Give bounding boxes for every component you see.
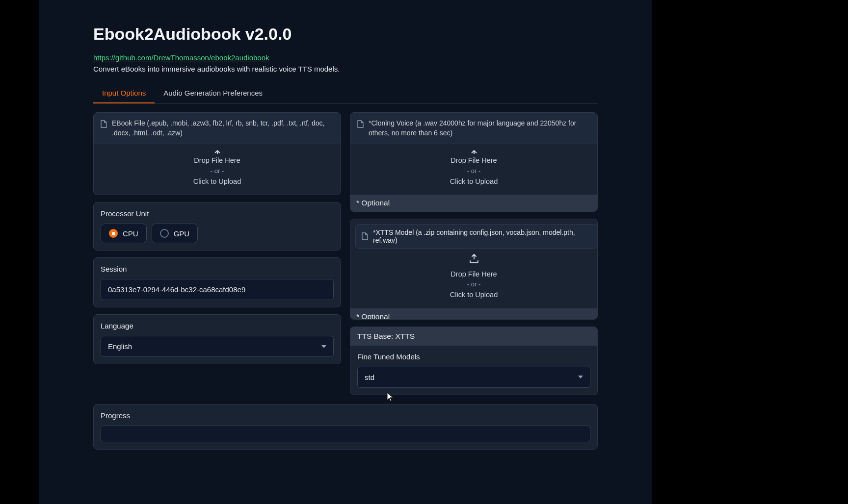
file-icon xyxy=(357,120,364,130)
progress-bar xyxy=(101,426,590,442)
ebook-upload-header: EBook File (.epub, .mobi, .azw3, fb2, lr… xyxy=(94,113,341,144)
ebook-dropzone[interactable]: Drop File Here - or - Click to Upload xyxy=(94,144,341,195)
progress-panel: Progress xyxy=(93,404,598,450)
fine-tuned-label: Fine Tuned Models xyxy=(357,353,590,361)
file-icon xyxy=(101,120,107,130)
drop-here-text: Drop File Here xyxy=(350,155,597,166)
radio-dot-icon xyxy=(160,229,169,238)
drop-here-text: Drop File Here xyxy=(94,155,341,166)
upload-icon xyxy=(350,149,597,154)
voice-dropzone[interactable]: Drop File Here - or - Click to Upload xyxy=(350,144,597,195)
progress-title: Progress xyxy=(101,411,590,420)
xtts-upload-panel: *XTTS Model (a .zip containing config.js… xyxy=(350,219,598,320)
repo-link[interactable]: https://github.com/DrewThomasson/ebook2a… xyxy=(93,53,269,62)
radio-cpu[interactable]: CPU xyxy=(101,224,147,243)
radio-gpu-label: GPU xyxy=(174,229,190,238)
upload-icon xyxy=(94,149,341,154)
click-upload-text: Click to Upload xyxy=(350,176,597,187)
language-select[interactable]: English xyxy=(101,336,334,357)
processor-title: Processor Unit xyxy=(101,209,334,218)
voice-upload-label: *Cloning Voice (a .wav 24000hz for major… xyxy=(369,119,590,138)
caret-down-icon xyxy=(321,345,326,348)
tabs-bar: Input Options Audio Generation Preferenc… xyxy=(93,84,598,103)
tts-panel: TTS Base: XTTS Fine Tuned Models std xyxy=(350,327,598,395)
radio-gpu[interactable]: GPU xyxy=(152,224,198,243)
session-title: Session xyxy=(101,265,334,273)
caret-down-icon xyxy=(578,376,583,378)
click-upload-text: Click to Upload xyxy=(94,176,341,187)
page-title: Ebook2Audiobook v2.0.0 xyxy=(93,0,598,44)
or-text: - or - xyxy=(94,166,341,176)
fine-tuned-selected-value: std xyxy=(365,373,374,381)
radio-dot-checked-icon xyxy=(109,229,118,238)
language-panel: Language English xyxy=(93,314,341,364)
fine-tuned-select[interactable]: std xyxy=(357,367,590,388)
file-icon xyxy=(362,232,368,242)
language-title: Language xyxy=(101,322,334,330)
voice-upload-header: *Cloning Voice (a .wav 24000hz for major… xyxy=(350,113,597,144)
drop-here-text: Drop File Here xyxy=(350,269,597,279)
tts-base-label: TTS Base: XTTS xyxy=(350,327,597,346)
upload-icon xyxy=(350,252,597,267)
language-selected-value: English xyxy=(108,342,132,351)
or-text: - or - xyxy=(350,279,597,289)
ebook-upload-label: EBook File (.epub, .mobi, .azw3, fb2, lr… xyxy=(112,119,334,138)
xtts-optional-label: * Optional xyxy=(350,308,597,319)
ebook-upload-panel: EBook File (.epub, .mobi, .azw3, fb2, lr… xyxy=(93,112,341,195)
xtts-dropzone[interactable]: Drop File Here - or - Click to Upload xyxy=(350,251,597,308)
session-input[interactable] xyxy=(101,279,334,300)
radio-cpu-label: CPU xyxy=(123,229,138,238)
or-text: - or - xyxy=(350,166,597,176)
tab-input-options[interactable]: Input Options xyxy=(93,84,155,103)
description-text: Convert eBooks into immersive audiobooks… xyxy=(93,65,598,73)
click-upload-text: Click to Upload xyxy=(350,289,597,300)
voice-upload-panel: *Cloning Voice (a .wav 24000hz for major… xyxy=(350,112,598,212)
session-panel: Session xyxy=(93,257,341,307)
xtts-upload-label: *XTTS Model (a .zip containing config.js… xyxy=(373,228,591,244)
processor-panel: Processor Unit CPU GPU xyxy=(93,202,341,251)
tab-audio-prefs[interactable]: Audio Generation Preferences xyxy=(155,84,271,103)
xtts-upload-header: *XTTS Model (a .zip containing config.js… xyxy=(355,224,597,249)
voice-optional-label: * Optional xyxy=(350,195,597,211)
